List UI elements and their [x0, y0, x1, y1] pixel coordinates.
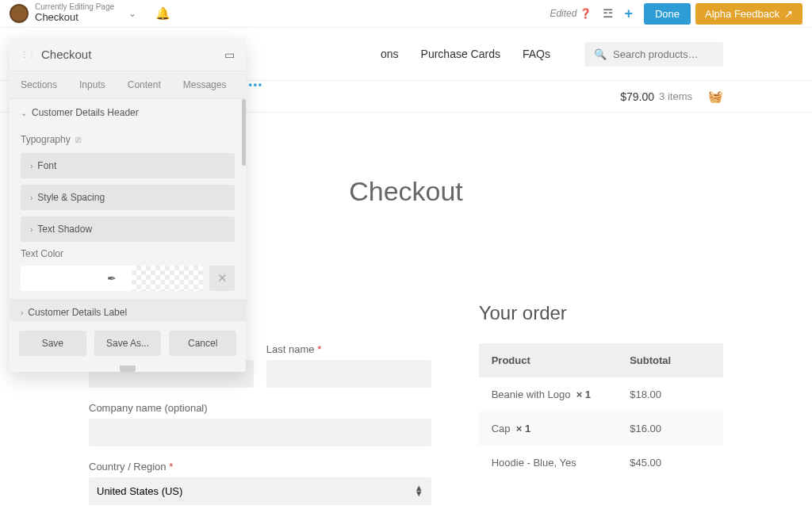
- typography-section: Typography ⎚ ›Font ›Style & Spacing ›Tex…: [10, 126, 246, 299]
- window-icon[interactable]: ▭: [224, 48, 235, 61]
- text-color-label: Text Color: [21, 248, 235, 259]
- tab-more[interactable]: •••: [237, 71, 274, 98]
- nav-links: ons Purchase Cards FAQs: [381, 48, 550, 60]
- edited-status: Edited: [550, 8, 576, 19]
- drag-handle-icon[interactable]: ⋮⋮: [21, 50, 35, 59]
- accordion-label: Customer Details Label: [28, 307, 127, 318]
- accordion-label: Customer Details Header: [32, 107, 139, 118]
- product-name: Cap: [492, 423, 511, 434]
- tab-messages[interactable]: Messages: [172, 71, 238, 98]
- chevron-down-icon[interactable]: ⌄: [128, 8, 136, 19]
- search-icon: 🔍: [594, 48, 607, 60]
- order-column: Your order Product Subtotal Beanie with …: [479, 302, 723, 519]
- style-spacing-row[interactable]: ›Style & Spacing: [21, 185, 235, 210]
- text-shadow-row[interactable]: ›Text Shadow: [21, 216, 235, 242]
- alpha-feedback-button[interactable]: Alpha Feedback ↗: [695, 3, 802, 25]
- last-name-label: Last name *: [266, 343, 431, 355]
- tab-sections[interactable]: Sections: [10, 71, 68, 98]
- help-icon[interactable]: ❓: [580, 8, 592, 19]
- order-table: Product Subtotal Beanie with Logo × 1 $1…: [479, 343, 723, 480]
- product-subtotal: $16.00: [630, 423, 710, 434]
- country-select[interactable]: [89, 477, 431, 505]
- select-updown-icon: ▲▼: [415, 485, 423, 497]
- resize-handle[interactable]: [120, 366, 136, 372]
- add-icon[interactable]: +: [624, 6, 633, 22]
- outline-icon[interactable]: ☲: [603, 6, 613, 21]
- product-name: Beanie with Logo: [492, 388, 571, 400]
- transparency-checker: [132, 266, 203, 291]
- product-qty: × 1: [516, 423, 530, 434]
- external-link-icon: ↗: [784, 8, 793, 20]
- search-input[interactable]: [613, 48, 714, 60]
- caret-right-icon: ›: [30, 162, 33, 170]
- accordion-customer-details-label[interactable]: › Customer Details Label: [10, 299, 246, 321]
- panel-header[interactable]: ⋮⋮ Checkout ▭: [10, 38, 246, 71]
- accordion-customer-details-header[interactable]: ⌄ Customer Details Header: [10, 99, 246, 126]
- table-row: Beanie with Logo × 1 $18.00: [479, 377, 723, 411]
- product-header: Product: [492, 354, 630, 366]
- panel-footer: Save Save As... Cancel: [10, 321, 246, 366]
- nav-link-purchase-cards[interactable]: Purchase Cards: [421, 48, 500, 60]
- editing-label: Currently Editing Page: [35, 3, 114, 11]
- caret-down-icon: ⌄: [21, 109, 27, 117]
- panel-tabs: Sections Inputs Content Messages •••: [10, 71, 246, 99]
- panel-title: Checkout: [41, 48, 91, 61]
- cart-item-count: 3 items: [659, 90, 692, 102]
- nav-link-partial[interactable]: ons: [381, 48, 399, 60]
- cancel-button[interactable]: Cancel: [169, 331, 236, 356]
- basket-icon[interactable]: 🧺: [708, 90, 723, 104]
- cart-total: $79.00: [620, 90, 654, 103]
- nav-link-faqs[interactable]: FAQs: [523, 48, 550, 60]
- company-label: Company name (optional): [89, 402, 431, 414]
- font-row[interactable]: ›Font: [21, 153, 235, 178]
- caret-right-icon: ›: [30, 193, 33, 202]
- notifications-icon[interactable]: 🔔: [155, 6, 170, 21]
- tab-inputs[interactable]: Inputs: [68, 71, 117, 98]
- order-heading: Your order: [479, 302, 723, 324]
- caret-right-icon: ›: [21, 308, 23, 317]
- done-button[interactable]: Done: [644, 3, 691, 25]
- tab-content[interactable]: Content: [117, 71, 172, 98]
- save-button[interactable]: Save: [19, 331, 86, 356]
- editing-context[interactable]: Currently Editing Page Checkout: [35, 3, 114, 25]
- product-subtotal: $45.00: [630, 457, 710, 469]
- search-box[interactable]: 🔍: [584, 42, 723, 67]
- product-qty: × 1: [576, 388, 591, 400]
- country-label: Country / Region *: [89, 461, 431, 473]
- topbar: Currently Editing Page Checkout ⌄ 🔔 Edit…: [0, 0, 812, 28]
- app-logo-icon: [10, 4, 29, 23]
- panel-body: ⌄ Customer Details Header Typography ⎚ ›…: [10, 99, 246, 321]
- color-input[interactable]: ✒: [21, 266, 203, 291]
- subtotal-header: Subtotal: [630, 354, 710, 366]
- caret-right-icon: ›: [30, 225, 33, 234]
- eyedropper-icon: ✒: [107, 272, 117, 285]
- table-row: Hoodie - Blue, Yes $45.00: [479, 446, 723, 480]
- alpha-feedback-label: Alpha Feedback: [705, 8, 779, 20]
- editing-page-name: Checkout: [35, 11, 114, 25]
- typography-label: Typography ⎚: [21, 134, 235, 145]
- responsive-icon[interactable]: ⎚: [75, 134, 81, 145]
- table-row: Cap × 1 $16.00: [479, 411, 723, 446]
- company-input[interactable]: [89, 419, 431, 446]
- settings-panel: ⋮⋮ Checkout ▭ Sections Inputs Content Me…: [10, 38, 246, 372]
- product-name: Hoodie - Blue, Yes: [492, 457, 576, 469]
- order-table-head: Product Subtotal: [479, 343, 723, 377]
- clear-color-button[interactable]: ✕: [209, 266, 235, 291]
- save-as-button[interactable]: Save As...: [94, 331, 162, 356]
- last-name-input[interactable]: [266, 360, 431, 388]
- product-subtotal: $18.00: [630, 388, 710, 400]
